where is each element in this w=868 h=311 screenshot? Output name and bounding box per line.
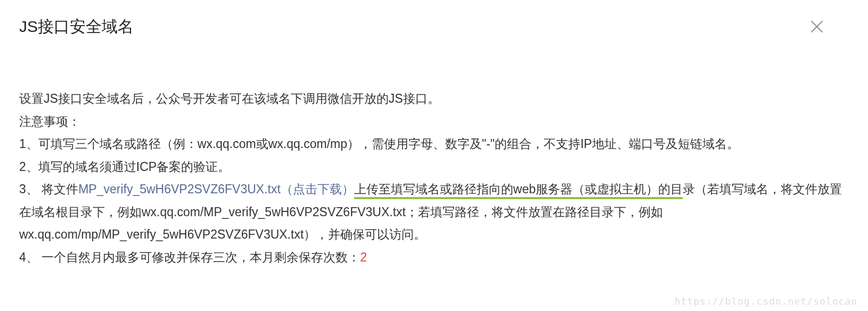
notice-item-2: 2、填写的域名须通过ICP备案的验证。 xyxy=(19,156,849,178)
item3-prefix: 3、 将文件 xyxy=(19,182,78,196)
js-domain-dialog: JS接口安全域名 设置JS接口安全域名后，公众号开发者可在该域名下调用微信开放的… xyxy=(0,0,868,284)
dialog-content: 设置JS接口安全域名后，公众号开发者可在该域名下调用微信开放的JS接口。 注意事… xyxy=(19,87,849,268)
notice-item-3: 3、 将文件MP_verify_5wH6VP2SVZ6FV3UX.txt（点击下… xyxy=(19,178,849,246)
item4-text: 4、 一个自然月内最多可修改并保存三次，本月剩余保存次数： xyxy=(19,250,360,264)
notice-item-4: 4、 一个自然月内最多可修改并保存三次，本月剩余保存次数：2 xyxy=(19,246,849,269)
dialog-header: JS接口安全域名 xyxy=(19,16,849,39)
watermark-text: https://blog.csdn.net/solocao xyxy=(675,296,857,307)
item3-highlight-text: 上传至填写域名或路径指向的web服务器（或虚拟主机）的目 xyxy=(354,182,683,199)
close-icon[interactable] xyxy=(806,16,828,39)
intro-text: 设置JS接口安全域名后，公众号开发者可在该域名下调用微信开放的JS接口。 xyxy=(19,87,849,110)
verify-file-download-link[interactable]: MP_verify_5wH6VP2SVZ6FV3UX.txt（点击下载） xyxy=(78,182,354,196)
remaining-count: 2 xyxy=(360,250,367,264)
notice-item-1: 1、可填写三个域名或路径（例：wx.qq.com或wx.qq.com/mp），需… xyxy=(19,133,849,156)
notice-label: 注意事项： xyxy=(19,110,849,133)
dialog-title: JS接口安全域名 xyxy=(19,16,134,38)
